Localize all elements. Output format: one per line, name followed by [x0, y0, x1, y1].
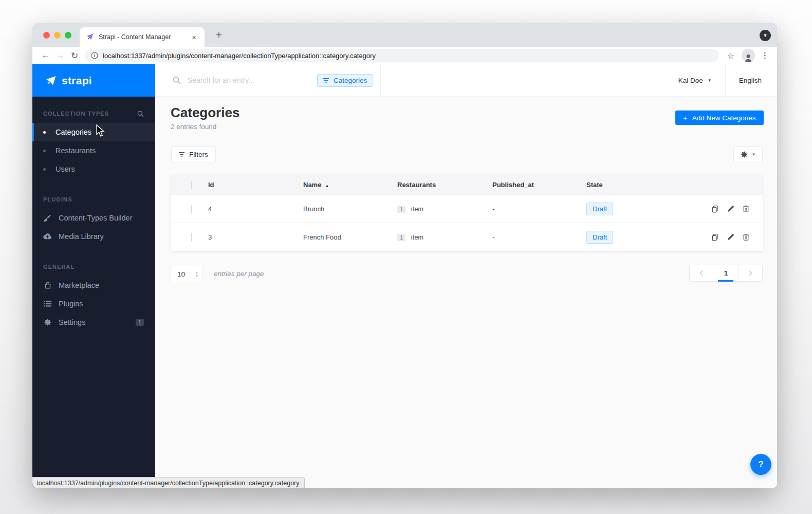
- browser-menu-icon[interactable]: ⋮: [761, 51, 769, 60]
- row-checkbox[interactable]: [191, 205, 192, 213]
- close-window-button[interactable]: [43, 32, 50, 39]
- sidebar-item-plugins[interactable]: Plugins: [32, 295, 155, 313]
- filter-icon: [179, 152, 184, 157]
- trash-icon: [743, 205, 749, 212]
- filters-button[interactable]: Filters: [171, 146, 216, 162]
- help-button[interactable]: ?: [750, 454, 771, 475]
- strapi-logo-icon: [45, 75, 57, 87]
- url-text[interactable]: localhost:1337/admin/plugins/content-man…: [103, 52, 376, 60]
- section-plugins: PLUGINS Content-Types Builder: [32, 194, 155, 246]
- entries-per-page-value: 10: [171, 270, 185, 278]
- search-input[interactable]: [188, 76, 317, 84]
- search-tabs-button[interactable]: ▼: [760, 30, 771, 41]
- cell-restaurants: 1 item: [397, 205, 492, 213]
- sidebar-item-users[interactable]: Users: [32, 160, 155, 178]
- forward-icon[interactable]: →: [53, 50, 67, 61]
- gear-icon: [741, 151, 748, 158]
- delete-button[interactable]: [743, 233, 749, 241]
- user-name: Kai Doe: [678, 77, 703, 84]
- select-all-checkbox[interactable]: [191, 180, 192, 189]
- sidebar-item-settings[interactable]: Settings 1: [32, 313, 155, 332]
- column-header-name[interactable]: Name▲: [303, 181, 397, 189]
- sidebar-item-label: Categories: [56, 128, 91, 136]
- browser-profile-avatar[interactable]: [742, 49, 755, 62]
- sidebar-item-label: Restaurants: [56, 146, 96, 155]
- sidebar-item-label: Plugins: [59, 300, 83, 308]
- page-number-button[interactable]: 1: [713, 265, 739, 281]
- entries-per-page-select[interactable]: 10 ▲ ▼: [171, 266, 203, 282]
- strapi-logo[interactable]: strapi: [32, 64, 155, 97]
- row-checkbox[interactable]: [191, 233, 192, 242]
- entries-count: 2 entries found: [171, 123, 239, 131]
- filter-icon: [323, 78, 329, 83]
- strapi-favicon: [86, 33, 94, 41]
- header-divider: [725, 64, 726, 96]
- back-icon[interactable]: ←: [39, 50, 53, 61]
- page-title: Categories: [171, 105, 239, 121]
- section-header-collection-types: COLLECTION TYPES: [32, 108, 155, 119]
- row-actions: [663, 205, 763, 213]
- bookmark-star-icon[interactable]: ☆: [727, 51, 734, 61]
- sidebar-item-categories[interactable]: Categories: [32, 123, 155, 141]
- browser-window: Strapi - Content Manager × + ▼ ← → ↻ loc…: [32, 23, 777, 488]
- sidebar-item-content-types-builder[interactable]: Content-Types Builder: [32, 209, 155, 227]
- previous-page-button[interactable]: [690, 265, 713, 281]
- gear-icon: [43, 319, 52, 326]
- sidebar-item-marketplace[interactable]: Marketplace: [32, 276, 155, 295]
- edit-button[interactable]: [727, 233, 734, 241]
- duplicate-button[interactable]: [711, 233, 719, 241]
- edit-button[interactable]: [727, 205, 734, 212]
- shopping-bag-icon: [43, 282, 52, 289]
- count-badge: 1: [397, 206, 405, 213]
- pencil-icon: [727, 233, 734, 241]
- column-header-published-at[interactable]: Published_at: [492, 181, 586, 189]
- browser-tab[interactable]: Strapi - Content Manager ×: [80, 27, 205, 47]
- filters-label: Filters: [189, 151, 208, 158]
- table-settings-button[interactable]: ▼: [733, 146, 763, 162]
- section-title: GENERAL: [43, 264, 75, 270]
- zoom-window-button[interactable]: [65, 32, 71, 39]
- add-button-label: Add New Categories: [692, 114, 756, 122]
- cell-state: Draft: [586, 203, 663, 215]
- main-area: Categories Kai Doe ▼ English Categories …: [155, 64, 777, 488]
- entries-per-page-label: entries per page: [214, 270, 264, 278]
- duplicate-button[interactable]: [711, 205, 719, 213]
- table-row[interactable]: 4 Brunch 1 item - Draft: [171, 194, 763, 223]
- sidebar: strapi COLLECTION TYPES: [32, 64, 155, 488]
- new-tab-button[interactable]: +: [212, 28, 226, 42]
- stepper-icon[interactable]: ▲ ▼: [195, 271, 198, 278]
- delete-button[interactable]: [743, 205, 749, 212]
- page-head: Categories 2 entries found: [171, 105, 239, 131]
- section-header-general: GENERAL: [32, 261, 155, 272]
- mouse-cursor: [96, 124, 105, 137]
- table-header-row: Id Name▲ Restaurants Published_at State: [171, 175, 763, 194]
- sidebar-item-restaurants[interactable]: Restaurants: [32, 141, 155, 160]
- search-icon[interactable]: [137, 111, 144, 117]
- filter-chip-label: Categories: [334, 77, 367, 84]
- sidebar-item-label: Users: [56, 165, 75, 173]
- add-new-categories-button[interactable]: + Add New Categories: [675, 111, 764, 125]
- language-selector[interactable]: English: [739, 77, 762, 84]
- table-row[interactable]: 3 French Food 1 item - Draft: [171, 223, 763, 251]
- user-menu[interactable]: Kai Doe ▼: [678, 77, 712, 84]
- section-header-plugins: PLUGINS: [32, 194, 155, 205]
- reload-icon[interactable]: ↻: [67, 50, 82, 61]
- sidebar-item-media-library[interactable]: Media Library: [32, 227, 155, 246]
- categories-filter-chip[interactable]: Categories: [317, 74, 373, 87]
- column-header-restaurants[interactable]: Restaurants: [397, 181, 492, 189]
- sidebar-item-label: Content-Types Builder: [59, 214, 132, 222]
- info-icon[interactable]: [91, 52, 98, 59]
- entries-table: Id Name▲ Restaurants Published_at State …: [171, 175, 763, 251]
- minimize-window-button[interactable]: [54, 32, 61, 39]
- next-page-button[interactable]: [739, 265, 762, 281]
- tab-close-icon[interactable]: ×: [190, 32, 198, 42]
- row-actions: [663, 233, 763, 241]
- cloud-upload-icon: [43, 233, 52, 240]
- column-header-id[interactable]: Id: [208, 181, 303, 189]
- bullet-icon: [43, 131, 46, 134]
- strapi-app: strapi COLLECTION TYPES: [32, 64, 777, 488]
- sidebar-item-label: Marketplace: [59, 281, 99, 289]
- address-bar[interactable]: localhost:1337/admin/plugins/content-man…: [85, 49, 719, 62]
- trash-icon: [743, 233, 749, 241]
- column-header-state[interactable]: State: [586, 181, 663, 189]
